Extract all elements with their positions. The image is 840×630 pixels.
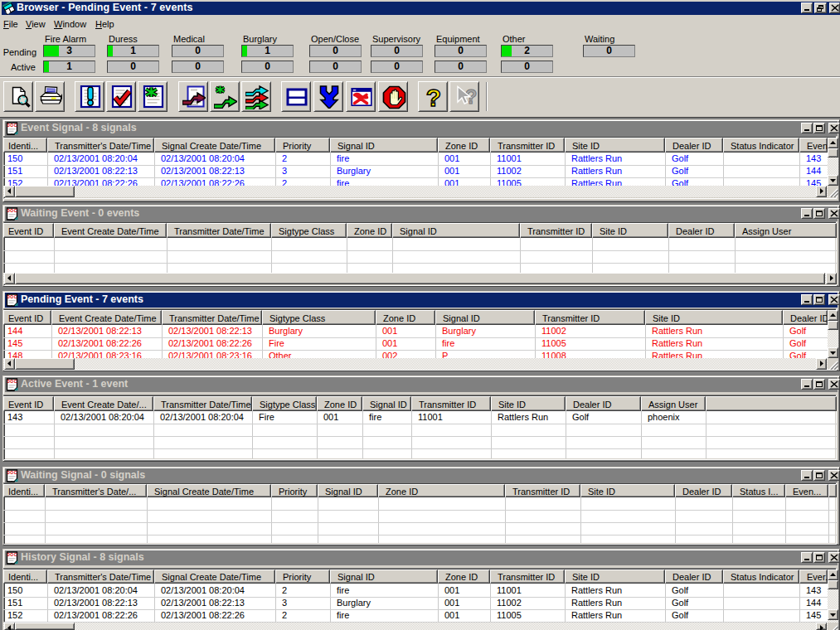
svg-text:DOC: DOC xyxy=(7,123,17,128)
svg-text:DOC: DOC xyxy=(7,208,17,213)
svg-text:DOC: DOC xyxy=(7,294,17,299)
svg-text:DOC: DOC xyxy=(7,379,17,384)
svg-text:?: ? xyxy=(426,85,441,109)
svg-text:DOC: DOC xyxy=(7,552,17,557)
svg-text:DOC: DOC xyxy=(7,470,17,475)
